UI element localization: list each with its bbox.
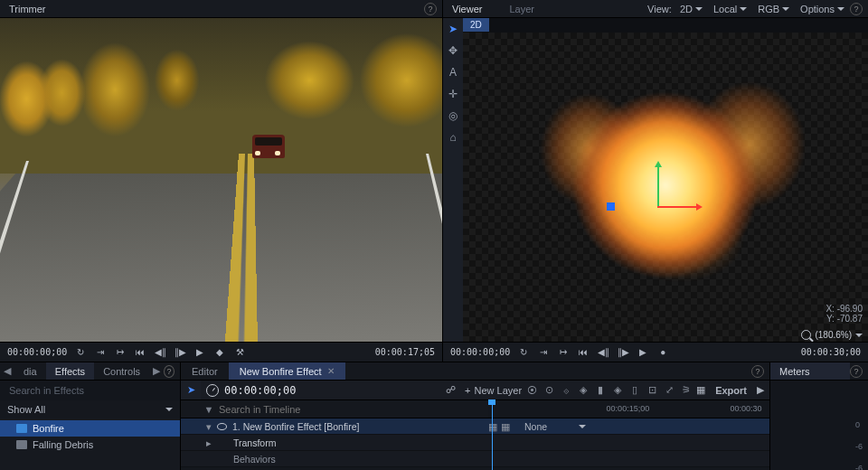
play-icon[interactable]: ▶ bbox=[193, 346, 206, 359]
help-icon[interactable]: ? bbox=[751, 365, 764, 378]
timeline-ruler[interactable]: 00:00:15;00 00:00:30 bbox=[488, 400, 769, 418]
effect-item-falling-debris[interactable]: Falling Debris bbox=[0, 437, 180, 453]
disclosure-icon[interactable]: ▾ bbox=[201, 421, 217, 432]
marker-add-icon[interactable]: ▯ bbox=[629, 385, 640, 396]
preview-vehicle bbox=[252, 135, 285, 158]
viewer-tc-in: 00:00:00;00 bbox=[450, 347, 510, 357]
close-tab-icon[interactable]: ✕ bbox=[327, 366, 335, 376]
gizmo-z-handle[interactable] bbox=[607, 202, 615, 211]
playhead[interactable] bbox=[492, 400, 493, 470]
snap-icon[interactable]: ⊡ bbox=[646, 385, 657, 396]
tab-editor[interactable]: Editor bbox=[181, 362, 229, 380]
editor-tc[interactable]: 00:00:00;00 bbox=[224, 384, 296, 397]
gizmo-y-axis[interactable] bbox=[657, 166, 659, 206]
out-point-icon[interactable]: ↦ bbox=[114, 346, 127, 359]
visibility-icon[interactable] bbox=[217, 423, 227, 430]
layer-row-behaviors[interactable]: Behaviors bbox=[181, 451, 769, 467]
nav-next-kf-icon[interactable]: ⟐ bbox=[561, 385, 571, 396]
kf-prev-icon[interactable]: ◈ bbox=[578, 385, 589, 396]
meters-display: 0 -6 -6 bbox=[770, 381, 868, 470]
effect-item-bonfire[interactable]: Bonfire bbox=[0, 420, 180, 437]
help-icon[interactable]: ? bbox=[850, 3, 863, 15]
chevron-down-icon bbox=[165, 408, 173, 411]
out-point-icon[interactable]: ↦ bbox=[557, 346, 570, 359]
prev-frame-icon[interactable]: ⏮ bbox=[577, 346, 590, 359]
play-fwd-icon[interactable]: ∥▶ bbox=[174, 346, 186, 359]
play-back-icon[interactable]: ◀∥ bbox=[597, 346, 609, 359]
link-button[interactable]: ☍ bbox=[441, 384, 460, 396]
tab-layer[interactable]: Layer bbox=[500, 0, 543, 17]
timeline-search-input[interactable] bbox=[217, 400, 488, 418]
stage-tab-2d[interactable]: 2D bbox=[463, 18, 489, 32]
viewer-tc-out: 00:00:30;00 bbox=[801, 347, 861, 357]
filter-icon[interactable]: ▼ bbox=[201, 400, 217, 418]
trimmer-transport: 00:00:00;00 ↻ ⇥ ↦ ⏮ ◀∥ ∥▶ ▶ ◆ ⚒ 00:00:17… bbox=[0, 342, 442, 362]
trimmer-tc-out: 00:00:17;05 bbox=[375, 347, 435, 357]
tools-icon[interactable]: ⚒ bbox=[233, 346, 246, 359]
effect-icon bbox=[16, 424, 27, 433]
tab-controls[interactable]: Controls bbox=[94, 362, 149, 380]
in-point-icon[interactable]: ⇥ bbox=[537, 346, 550, 359]
record-icon[interactable]: ● bbox=[656, 346, 669, 359]
tab-viewer[interactable]: Viewer bbox=[443, 0, 491, 17]
home-tool-icon[interactable]: ⌂ bbox=[446, 130, 460, 145]
chevron-down-icon bbox=[855, 334, 863, 337]
scope-select[interactable]: Local bbox=[708, 4, 752, 14]
chevron-down-icon bbox=[695, 7, 703, 11]
play-fwd-icon[interactable]: ∥▶ bbox=[617, 346, 629, 359]
in-point-icon[interactable]: ⇥ bbox=[94, 346, 107, 359]
viewer-toolstrip: ➤ ✥ A ✛ ◎ ⌂ bbox=[443, 18, 463, 342]
graph-icon[interactable]: ⤢ bbox=[664, 385, 675, 396]
kf-next-icon[interactable]: ◈ bbox=[612, 385, 623, 396]
export-button[interactable]: ▦ Export bbox=[692, 384, 751, 396]
play-back-icon[interactable]: ◀∥ bbox=[154, 346, 166, 359]
text-tool-icon[interactable]: A bbox=[446, 65, 460, 80]
effect-icon bbox=[16, 440, 27, 449]
hand-tool-icon[interactable]: ✥ bbox=[446, 43, 460, 58]
trimmer-title: Trimmer bbox=[0, 4, 55, 14]
kf-toggle-icon[interactable]: ▮ bbox=[595, 385, 606, 396]
tab-nav-prev[interactable]: ◀ bbox=[0, 365, 14, 377]
channels-select[interactable]: RGB bbox=[752, 4, 795, 14]
options-menu[interactable]: Options bbox=[795, 4, 850, 14]
select-tool-icon[interactable]: ➤ bbox=[187, 384, 195, 396]
new-layer-button[interactable]: +New Layer bbox=[460, 385, 526, 396]
tab-meters[interactable]: Meters bbox=[770, 362, 850, 380]
trimmer-tc-in: 00:00:00;00 bbox=[7, 347, 67, 357]
move-tool-icon[interactable]: ✛ bbox=[446, 87, 460, 101]
help-icon[interactable]: ? bbox=[424, 3, 437, 15]
view-mode-select[interactable]: View: 2D bbox=[642, 4, 708, 14]
trimmer-preview[interactable] bbox=[0, 18, 442, 342]
marker-icon[interactable]: ◆ bbox=[213, 346, 226, 359]
show-all-dropdown[interactable]: Show All bbox=[7, 404, 45, 415]
effects-search-input[interactable] bbox=[7, 384, 173, 397]
loop-icon[interactable]: ↻ bbox=[517, 346, 530, 359]
bonfire-effect-preview bbox=[476, 56, 855, 291]
settings-icon[interactable]: ⚞ bbox=[681, 385, 692, 396]
tab-media[interactable]: dia bbox=[14, 362, 46, 380]
help-icon[interactable]: ? bbox=[850, 365, 863, 378]
nav-prev-kf-icon[interactable]: ⊙ bbox=[543, 385, 554, 396]
zoom-readout[interactable]: (180.6%) bbox=[801, 330, 863, 340]
viewer-transport: 00:00:00;00 ↻ ⇥ ↦ ⏮ ◀∥ ∥▶ ▶ ● 00:00:30;0… bbox=[443, 342, 868, 362]
blend-mode-select[interactable]: None bbox=[524, 421, 579, 432]
chevron-down-icon bbox=[782, 7, 789, 11]
tab-current-composition[interactable]: New Bonfire Effect ✕ bbox=[229, 362, 345, 380]
gizmo-x-axis[interactable] bbox=[657, 206, 697, 208]
tab-nav-next[interactable]: ▶ bbox=[149, 365, 164, 377]
help-icon[interactable]: ? bbox=[164, 365, 175, 378]
select-tool-icon[interactable]: ➤ bbox=[446, 22, 460, 36]
nav-start-icon[interactable]: ⦿ bbox=[526, 385, 537, 396]
viewer-stage[interactable]: 2D X: -96.90 Y: -70.87 (180.6%) bbox=[463, 18, 868, 342]
prev-frame-icon[interactable]: ⏮ bbox=[134, 346, 146, 359]
chevron-down-icon bbox=[740, 7, 747, 11]
tab-effects[interactable]: Effects bbox=[46, 362, 94, 380]
coordinate-readout: X: -96.90 Y: -70.87 bbox=[826, 304, 863, 324]
play-icon[interactable]: ▶ bbox=[637, 346, 649, 359]
magnifier-icon bbox=[801, 330, 811, 340]
target-tool-icon[interactable]: ◎ bbox=[446, 108, 460, 123]
layer-row-bonfire[interactable]: ▾ 1. New Bonfire Effect [Bonfire] ▦▦ Non… bbox=[181, 418, 769, 435]
layer-row-transform[interactable]: ▸ Transform bbox=[181, 435, 769, 451]
panel-nav-next[interactable]: ▶ bbox=[751, 384, 769, 396]
loop-icon[interactable]: ↻ bbox=[74, 346, 87, 359]
